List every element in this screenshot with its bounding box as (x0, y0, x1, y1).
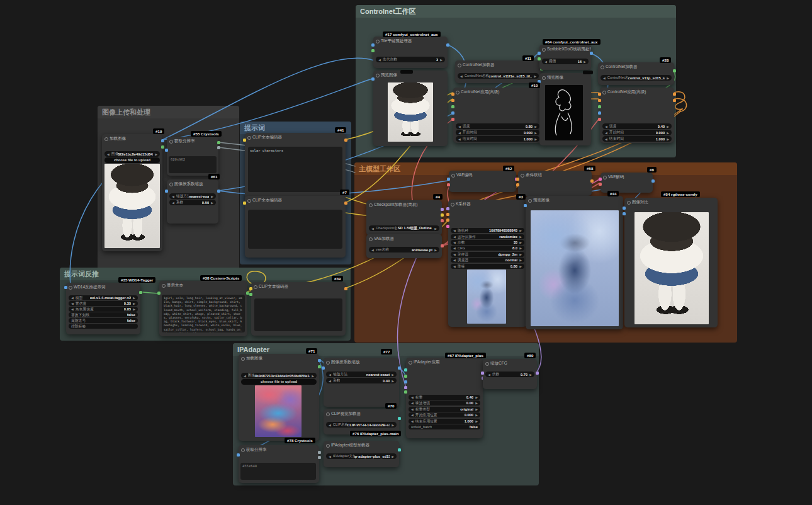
port-image-out[interactable] (446, 43, 449, 47)
node-title[interactable]: 图像对比 (624, 198, 718, 206)
port-conditioning-out[interactable] (344, 287, 347, 290)
port-image-out[interactable] (161, 139, 164, 142)
node-title[interactable]: IPAdapter模型加载器 (324, 441, 399, 449)
widget-character-threshold[interactable]: 角色置信度0.85 (69, 307, 138, 312)
port-model-out[interactable] (536, 372, 539, 375)
node-wd14-tagger[interactable]: WD14反推提示词 模型wd-v1-4-moat-tagger-v2 置信度0.… (66, 283, 140, 334)
node-title[interactable]: K采样器 (448, 200, 527, 208)
widget-start-at[interactable]: 开始应用位置0.000 (409, 412, 480, 417)
port-image-in[interactable] (165, 149, 168, 152)
widget-weight-type[interactable]: 权重类型original (409, 407, 480, 412)
node-title[interactable]: ScribbleXDoG线稿预处理器 (539, 45, 591, 53)
node-tile-preprocessor[interactable]: Tile平铺预处理器 迭代次数3 (373, 37, 448, 68)
widget-exclude-tags[interactable]: 排除标签 (69, 324, 138, 329)
widget-replace-underscore[interactable]: 替换下划线false (69, 312, 138, 317)
port-mask-in[interactable] (538, 57, 541, 60)
port-ipadapter-out[interactable] (398, 448, 401, 451)
port-image-out[interactable] (590, 52, 593, 55)
port-positive-out[interactable] (673, 93, 676, 96)
port-conditioning-2-in[interactable] (516, 183, 519, 186)
node-clip-encode-negative[interactable]: CLIP文本编码器 (245, 196, 346, 258)
port-width-out[interactable] (217, 141, 220, 144)
node-title[interactable]: 图像按系数缩放 (324, 358, 399, 366)
port-conditioning-out[interactable] (590, 179, 594, 183)
widget-ipadapter-file[interactable]: IPAdapter文件ip-adapter-plus_sd15... (326, 453, 397, 459)
widget-trailing-comma[interactable]: 尾随逗号false (69, 318, 138, 323)
node-title[interactable]: 加载图像 (102, 134, 162, 142)
node-title[interactable]: WD14反推提示词 (66, 283, 140, 291)
widget-end[interactable]: 结束时间1.000 (456, 136, 539, 142)
node-clip-encode-positive[interactable]: CLIP文本编码器 solar characters (245, 133, 346, 201)
node-title[interactable]: VAE解码 (601, 173, 653, 181)
node-controlnet-apply-1[interactable]: ControlNet应用(高级) 强度0.80 开始时间0.000 结束时间1.… (453, 88, 542, 143)
port-vae-out[interactable] (441, 219, 444, 222)
node-ksampler[interactable]: K采样器 随机种10978948588845 运行后操作randomize 步数… (448, 200, 527, 327)
widget-controlnet-name[interactable]: ControlNet名称control_v11f1e_sd15_til... (458, 73, 539, 79)
widget-weight[interactable]: 权重0.40 (409, 395, 480, 400)
node-load-image-2[interactable]: 加载图像 图像4b0d87213c43dde0c054bd05fe1e84...… (239, 354, 319, 441)
node-title[interactable]: IPAdapter应用 (406, 358, 483, 366)
node-title[interactable]: VAE编码 (449, 171, 516, 179)
widget-upscale-method[interactable]: 缩放方法nearest-exact (326, 372, 397, 377)
node-vae-loader[interactable]: VAE加载器 vae名称animevae.pt (366, 234, 442, 258)
node-title[interactable]: 条件联结 (518, 171, 592, 179)
widget-scale-by[interactable]: 系数0.50 (169, 200, 216, 205)
node-controlnet-apply-2[interactable]: ControlNet应用(高级) 强度0.40 开始时间0.000 结束时间1.… (600, 88, 674, 143)
node-title[interactable]: 预览图像 (526, 196, 623, 204)
node-title[interactable]: ControlNet加载器 (455, 60, 541, 69)
widget-multiplier[interactable]: 倍数0.70 (485, 372, 534, 377)
node-controlnet-loader-1[interactable]: ControlNet加载器 ControlNet名称control_v11f1e… (455, 60, 541, 83)
widget-controlnet-name[interactable]: ControlNet名称control_v11p_sd15_soft... (601, 75, 672, 81)
prompt-textarea[interactable]: solar characters (248, 147, 342, 192)
widget-control-after-generate[interactable]: 运行后操作randomize (451, 234, 524, 239)
port-negative-in[interactable] (598, 99, 601, 102)
port-image-in[interactable] (64, 286, 67, 289)
widget-vae-name[interactable]: vae名称animevae.pt (369, 247, 439, 252)
prompt-textarea[interactable] (248, 210, 342, 249)
port-model-in[interactable] (446, 207, 449, 210)
node-title[interactable]: 缩放CFG (483, 359, 537, 367)
widget-sampler[interactable]: 采样器dpmpp_2m (451, 252, 524, 257)
group-title[interactable]: Controlnet工作区 (356, 5, 676, 18)
widget-clip-name[interactable]: CLIP名称CLIP-ViT-H-14-laion2B-s3... (326, 422, 397, 428)
port-image-in[interactable] (237, 453, 240, 457)
port-vae-in[interactable] (447, 183, 450, 186)
widget-strength[interactable]: 强度0.80 (456, 123, 539, 129)
widget-scheduler[interactable]: 调度器normal (451, 258, 524, 263)
node-ipadapter-apply[interactable]: IPAdapter应用 权重0.40 噪波增强0.00 权重类型original… (406, 358, 483, 438)
port-mask-in[interactable] (371, 49, 375, 52)
port-controlnet-in[interactable] (598, 105, 601, 108)
node-title[interactable]: 显示文本 (159, 281, 247, 289)
port-image-in[interactable] (524, 204, 527, 207)
port-negative-in[interactable] (451, 99, 454, 102)
collapsed-widget[interactable] (400, 70, 413, 74)
port-clip-vision-in[interactable] (404, 375, 407, 378)
port-attn-mask-in[interactable] (404, 390, 407, 394)
node-title[interactable]: 获取分辨率 (167, 137, 218, 145)
port-mask-out[interactable] (318, 365, 321, 368)
node-controlnet-loader-2[interactable]: ControlNet加载器 ControlNet名称control_v11p_s… (598, 62, 674, 85)
port-negative-out[interactable] (673, 99, 676, 102)
port-image-out[interactable] (398, 366, 401, 370)
node-ipadapter-model-loader[interactable]: IPAdapter模型加载器 IPAdapter文件ip-adapter-plu… (324, 441, 399, 467)
port-image-in[interactable] (371, 43, 375, 47)
widget-start[interactable]: 开始时间0.000 (602, 130, 672, 135)
port-clip-vision-out[interactable] (398, 417, 401, 420)
port-string-out[interactable] (139, 291, 142, 294)
widget-end-at[interactable]: 结束应用位置1.000 (409, 419, 480, 424)
port-image-out[interactable] (217, 190, 220, 193)
node-scribble-preprocessor[interactable]: ScribbleXDoG线稿预处理器 阈值16 (539, 45, 591, 70)
port-vae-out[interactable] (441, 244, 444, 247)
node-clip-encode-tags[interactable]: CLIP文本编码器 (251, 282, 346, 336)
port-conditioning-1-in[interactable] (516, 178, 519, 181)
port-clip-in[interactable] (243, 201, 246, 205)
node-vae-decode[interactable]: VAE解码 (601, 173, 653, 193)
port-positive-in[interactable] (451, 93, 454, 96)
port-vae-in[interactable] (451, 118, 454, 121)
widget-image-file[interactable]: 图像4b0d87213c43dde0c054bd05fe1e84... (241, 373, 317, 378)
node-preview-image-3[interactable]: 预览图像 (526, 196, 623, 329)
port-conditioning-out[interactable] (344, 139, 347, 142)
collapsed-widget[interactable] (583, 71, 593, 74)
choose-file-button[interactable]: choose file to upload (104, 157, 160, 163)
widget-threshold[interactable]: 阈值16 (542, 59, 589, 64)
